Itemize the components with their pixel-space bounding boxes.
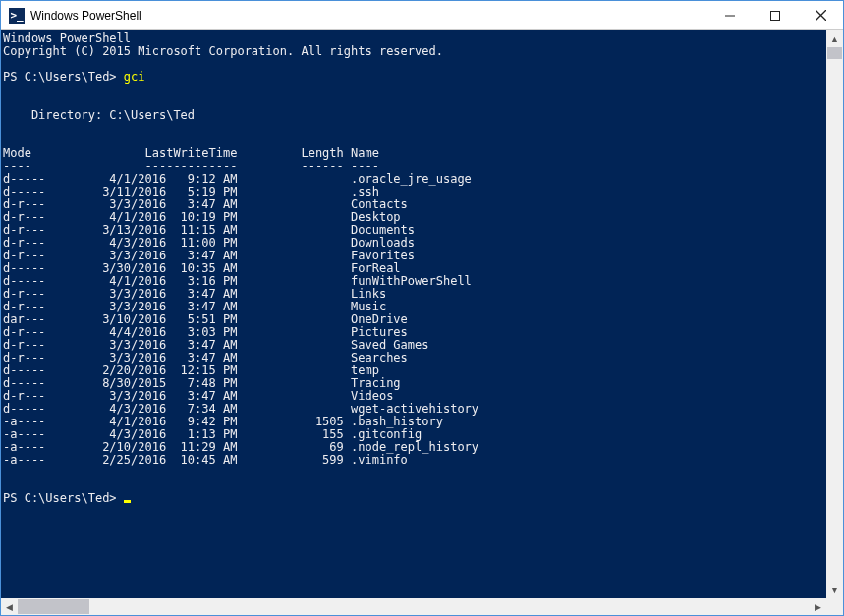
scroll-h-thumb[interactable] [18, 599, 89, 614]
close-button[interactable] [798, 1, 843, 30]
powershell-icon: >_ [9, 8, 25, 24]
minimize-button[interactable] [707, 1, 753, 30]
vertical-scrollbar[interactable]: ▲ ▼ [826, 30, 843, 598]
scroll-v-track[interactable] [826, 47, 843, 582]
scrollbar-corner [826, 598, 843, 615]
svg-rect-1 [771, 11, 780, 20]
scroll-down-arrow-icon[interactable]: ▼ [826, 582, 843, 598]
maximize-button[interactable] [753, 1, 798, 30]
terminal-wrap: Windows PowerShell Copyright (C) 2015 Mi… [1, 30, 843, 615]
scroll-left-arrow-icon[interactable]: ◀ [1, 598, 18, 615]
scroll-v-thumb[interactable] [827, 47, 842, 59]
scroll-up-arrow-icon[interactable]: ▲ [826, 30, 843, 47]
terminal-content[interactable]: Windows PowerShell Copyright (C) 2015 Mi… [1, 30, 826, 598]
scroll-right-arrow-icon[interactable]: ▶ [810, 598, 826, 615]
horizontal-scrollbar[interactable]: ◀ ▶ [1, 598, 826, 615]
titlebar[interactable]: >_ Windows PowerShell [1, 1, 843, 30]
window-title: Windows PowerShell [30, 9, 141, 23]
